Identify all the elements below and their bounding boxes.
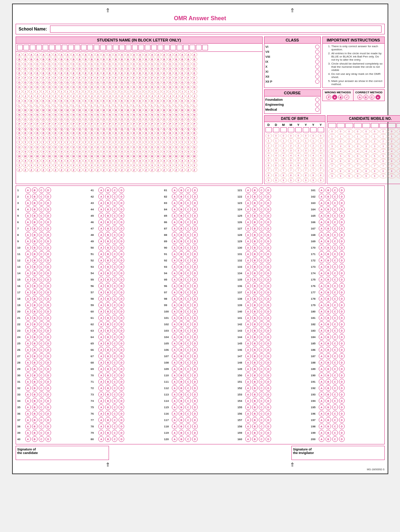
letter-cell[interactable]: L	[180, 103, 185, 107]
letter-cell[interactable]: Y	[29, 163, 34, 167]
answer-option-A-q94[interactable]: A	[172, 270, 177, 276]
letter-cell[interactable]: T	[59, 140, 65, 144]
answer-option-B-q39[interactable]: B	[32, 430, 38, 436]
answer-option-B-q158[interactable]: B	[252, 423, 258, 429]
answer-option-B-q92[interactable]: B	[179, 257, 184, 263]
mobile-digit[interactable]: 6	[379, 159, 387, 164]
letter-cell[interactable]: M	[59, 108, 65, 112]
answer-option-A-q200[interactable]: A	[319, 436, 324, 442]
answer-option-B-q34[interactable]: B	[32, 398, 38, 404]
answer-option-D-q119[interactable]: D	[192, 430, 198, 436]
letter-cell[interactable]: U	[137, 145, 143, 149]
answer-option-C-q69[interactable]: C	[112, 366, 117, 372]
letter-cell[interactable]: U	[83, 145, 89, 149]
name-box-2[interactable]	[30, 45, 35, 50]
letter-cell[interactable]: U	[161, 145, 167, 149]
answer-option-B-q17[interactable]: B	[32, 289, 38, 295]
answer-option-C-q8[interactable]: C	[39, 232, 44, 238]
letter-cell[interactable]: F	[161, 76, 167, 80]
letter-cell[interactable]: W	[186, 154, 191, 158]
letter-cell[interactable]: P	[65, 122, 71, 126]
answer-option-B-q88[interactable]: B	[179, 232, 184, 238]
letter-cell[interactable]: C	[137, 62, 143, 66]
letter-cell[interactable]: I	[17, 89, 22, 94]
letter-cell[interactable]: R	[107, 131, 113, 135]
letter-cell[interactable]: K	[143, 99, 149, 103]
letter-cell[interactable]: J	[29, 94, 34, 98]
answer-option-A-q143[interactable]: A	[245, 328, 251, 333]
answer-option-A-q68[interactable]: A	[98, 360, 104, 365]
letter-cell[interactable]: B	[59, 57, 65, 61]
letter-cell[interactable]: H	[89, 85, 95, 89]
letter-cell[interactable]: H	[77, 85, 83, 89]
letter-cell[interactable]: T	[113, 140, 119, 144]
letter-cell[interactable]: J	[59, 94, 65, 98]
letter-cell[interactable]: D	[119, 66, 125, 71]
answer-option-B-q8[interactable]: B	[32, 232, 38, 238]
answer-option-D-q95[interactable]: D	[192, 277, 198, 282]
letter-cell[interactable]: I	[119, 89, 125, 94]
name-box-29[interactable]	[202, 45, 208, 50]
answer-option-C-q84[interactable]: C	[185, 206, 191, 212]
letter-cell[interactable]: J	[107, 94, 113, 98]
letter-cell[interactable]: P	[161, 122, 167, 126]
answer-option-A-q95[interactable]: A	[172, 277, 177, 282]
answer-option-D-q164[interactable]: D	[339, 206, 345, 212]
answer-option-B-q23[interactable]: B	[32, 328, 38, 333]
letter-cell[interactable]: U	[89, 145, 95, 149]
answer-option-B-q43[interactable]: B	[105, 200, 111, 206]
answer-option-C-q115[interactable]: C	[185, 404, 191, 410]
letter-cell[interactable]: M	[174, 108, 179, 112]
letter-cell[interactable]: D	[35, 66, 40, 71]
answer-option-D-q52[interactable]: D	[119, 257, 124, 263]
answer-option-C-q85[interactable]: C	[185, 213, 191, 218]
letter-cell[interactable]: L	[83, 103, 89, 107]
answer-option-B-q137[interactable]: B	[252, 289, 258, 295]
letter-cell[interactable]: P	[35, 122, 40, 126]
letter-cell[interactable]: Q	[186, 126, 191, 131]
answer-option-C-q151[interactable]: C	[259, 379, 264, 384]
answer-option-D-q67[interactable]: D	[119, 353, 124, 359]
answer-option-B-q153[interactable]: B	[252, 392, 258, 397]
answer-option-D-q180[interactable]: D	[339, 309, 345, 314]
dob-digit[interactable]: 6	[310, 163, 317, 168]
letter-cell[interactable]: L	[23, 103, 28, 107]
answer-option-D-q3[interactable]: D	[45, 200, 51, 206]
answer-option-C-q13[interactable]: C	[39, 264, 44, 270]
letter-cell[interactable]: T	[168, 140, 173, 144]
letter-cell[interactable]: Q	[77, 126, 83, 131]
answer-option-C-q158[interactable]: C	[259, 423, 264, 429]
dob-digit[interactable]: 6	[318, 163, 324, 168]
letter-cell[interactable]: K	[161, 99, 167, 103]
answer-option-B-q11[interactable]: B	[32, 251, 38, 257]
letter-cell[interactable]: B	[174, 57, 179, 61]
answer-option-D-q64[interactable]: D	[119, 334, 124, 340]
name-box-21[interactable]	[151, 45, 157, 50]
answer-option-C-q164[interactable]: C	[332, 206, 338, 212]
dob-digit[interactable]: 3	[310, 148, 317, 153]
letter-cell[interactable]: A	[23, 52, 28, 57]
name-box-18[interactable]	[132, 45, 138, 50]
letter-cell[interactable]: F	[155, 76, 161, 80]
answer-option-A-q54[interactable]: A	[98, 270, 104, 276]
answer-option-C-q146[interactable]: C	[259, 347, 264, 353]
letter-cell[interactable]: M	[101, 108, 107, 112]
letter-cell[interactable]: L	[65, 103, 71, 107]
answer-option-B-q93[interactable]: B	[179, 264, 184, 270]
letter-cell[interactable]: E	[192, 71, 197, 75]
letter-cell[interactable]: E	[101, 71, 107, 75]
mobile-digit[interactable]: 2	[379, 139, 387, 144]
answer-option-A-q118[interactable]: A	[172, 423, 177, 429]
answer-option-B-q29[interactable]: B	[32, 366, 38, 372]
dob-digit[interactable]: 0	[288, 133, 294, 138]
answer-option-B-q120[interactable]: B	[179, 436, 184, 442]
letter-cell[interactable]: Q	[53, 126, 59, 131]
letter-cell[interactable]: I	[101, 89, 107, 94]
answer-option-D-q158[interactable]: D	[265, 423, 271, 429]
answer-option-C-q66[interactable]: C	[112, 347, 117, 353]
letter-cell[interactable]: M	[35, 108, 40, 112]
letter-cell[interactable]: Q	[149, 126, 155, 131]
answer-option-C-q59[interactable]: C	[112, 302, 117, 308]
answer-option-D-q149[interactable]: D	[265, 366, 271, 372]
answer-option-D-q17[interactable]: D	[45, 289, 51, 295]
